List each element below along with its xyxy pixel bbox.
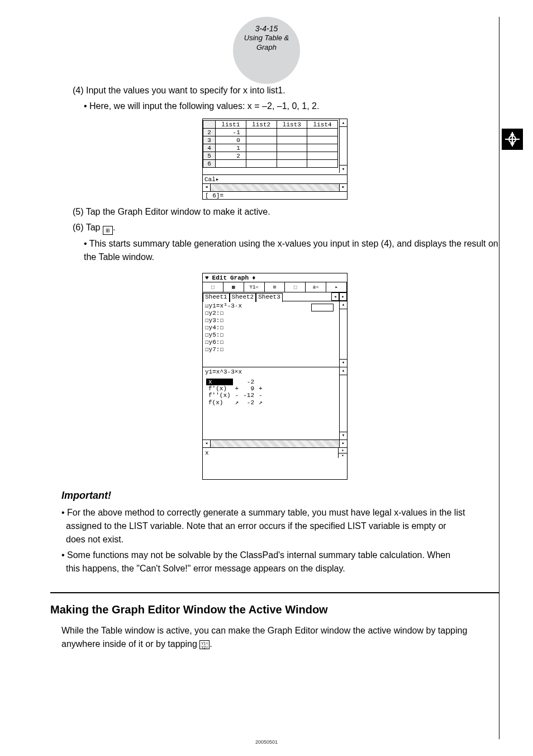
toolbar-btn-4[interactable]: ⊞: [265, 282, 285, 292]
tab-scroll-right-icon[interactable]: ▸: [339, 292, 347, 301]
footer-code: 20050501: [0, 739, 533, 745]
calculator-screenshot-graph-editor: ♥ Edit Graph ♦ ⬚ ▦ Y1=Y2= ⊞ ⬚ a= ▸ Sheet…: [202, 273, 348, 480]
page-number: 3-4-15: [233, 23, 300, 34]
tab-sheet3[interactable]: Sheet3: [256, 293, 283, 302]
ge-scrollbar[interactable]: ▴▾: [339, 301, 347, 367]
page-header-badge: 3-4-15 Using Table & Graph: [233, 17, 300, 84]
step-6-sub: • This starts summary table generation u…: [84, 237, 499, 264]
step-5: (5) Tap the Graph Editor window to make …: [73, 205, 499, 219]
cal-row: Cal▸: [203, 174, 347, 183]
section-heading: Making the Graph Editor Window the Activ…: [50, 603, 499, 616]
resize-icon[interactable]: ▴▾: [338, 448, 347, 458]
menu-edit[interactable]: Edit: [212, 275, 227, 281]
menu-graph[interactable]: Graph: [230, 275, 249, 281]
tab-sheet2[interactable]: Sheet2: [230, 293, 256, 302]
toolbar-btn-6[interactable]: a=: [306, 282, 326, 292]
page-border-right: [499, 17, 499, 739]
toolbar[interactable]: ⬚ ▦ Y1=Y2= ⊞ ⬚ a= ▸: [203, 282, 347, 292]
list-input-line: [ 6]=: [203, 191, 347, 199]
table-header: y1=x^3-3×x: [203, 367, 347, 376]
toolbar-more-icon[interactable]: ▸: [326, 282, 347, 292]
toolbar-btn-2[interactable]: ▦: [223, 282, 244, 292]
list-table: list1 list2 list3 list4 2-1 30 41 52 6: [203, 120, 338, 168]
toolbar-btn-3[interactable]: Y1=Y2=: [244, 282, 265, 292]
step-4: (4) Input the values you want to specify…: [73, 84, 499, 97]
tab-sheet1[interactable]: Sheet1: [203, 293, 230, 302]
toolbar-btn-1[interactable]: ⬚: [203, 282, 223, 292]
table-h-scrollbar[interactable]: ◂▸: [203, 440, 347, 448]
step-4-sub: • Here, we will input the following valu…: [84, 100, 499, 113]
vertical-scrollbar[interactable]: ▴▾: [339, 119, 347, 173]
menu-more-icon[interactable]: ♦: [252, 275, 256, 281]
step-6: (6) Tap ⊞.: [73, 221, 499, 235]
graph-editor-icon: Y1=Y2=: [199, 640, 210, 649]
tab-scroll-left-icon[interactable]: ◂: [331, 292, 339, 301]
app-menu-bar[interactable]: ♥ Edit Graph ♦: [203, 273, 347, 282]
summary-table-icon: ⊞: [103, 226, 113, 235]
important-bullet-2: • Some functions may not be solvable by …: [66, 549, 499, 575]
summary-table: x-2 f'(x)+9+ f''(x)--12- f(x)↗-2↗: [206, 379, 265, 406]
app-menu-icon[interactable]: ♥: [205, 275, 209, 281]
table-scrollbar[interactable]: ▴▾: [339, 367, 347, 440]
horizontal-scrollbar[interactable]: ◂▸: [203, 183, 347, 191]
section-body: While the Table window is active, you ca…: [61, 624, 472, 651]
important-bullet-1: • For the above method to correctly gene…: [66, 506, 499, 546]
calculator-screenshot-list: list1 list2 list3 list4 2-1 30 41 52 6 ▴…: [202, 119, 348, 200]
mini-graph-preview: [311, 304, 334, 311]
crop-mark-icon: [502, 129, 523, 150]
important-heading: Important!: [61, 490, 499, 502]
summary-table-pane[interactable]: y1=x^3-3×x x-2 f'(x)+9+ f''(x)--12- f(x)…: [203, 367, 347, 440]
section-divider: [50, 592, 499, 593]
page-section-title: Using Table & Graph: [233, 34, 300, 53]
status-input-line: x▴▾: [203, 448, 347, 458]
toolbar-btn-5[interactable]: ⬚: [285, 282, 306, 292]
sheet-tabs[interactable]: Sheet1 Sheet2 Sheet3 ◂▸: [203, 292, 347, 301]
graph-editor-pane[interactable]: ☑y1=x³-3·x ☐y2:☐ ☐y3:☐ ☐y4:☐ ☐y5:☐ ☐y6:☐…: [203, 301, 347, 367]
